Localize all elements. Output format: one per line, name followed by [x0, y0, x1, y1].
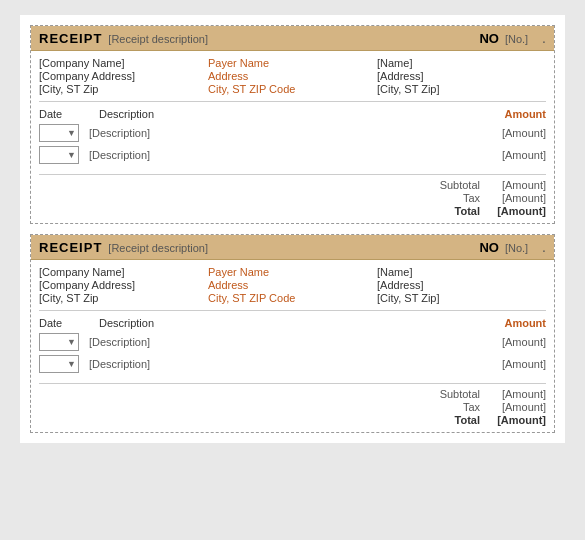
receipt-header-2: RECEIPT [Receipt description] NO [No.] .	[31, 235, 554, 260]
payee-address-1: [Address]	[377, 70, 546, 82]
total-value-2: [Amount]	[486, 414, 546, 426]
col-date-header-2: Date	[39, 317, 89, 329]
tax-value-2: [Amount]	[486, 401, 546, 413]
item-amount-1-2: [Amount]	[476, 149, 546, 161]
receipt-title-1: RECEIPT	[39, 31, 102, 46]
item-description-2-1: [Description]	[89, 336, 466, 348]
payee-address-2: [Address]	[377, 279, 546, 291]
tax-label-1: Tax	[430, 192, 480, 204]
payer-col-1: Payer Name Address City, ST ZIP Code	[208, 57, 377, 95]
col-amount-header-1: Amount	[476, 108, 546, 120]
col-date-header-1: Date	[39, 108, 89, 120]
company-city-1: [City, ST Zip	[39, 83, 208, 95]
item-amount-2-1: [Amount]	[476, 336, 546, 348]
date-box-2-2[interactable]: ▼	[39, 355, 79, 373]
col-desc-header-2: Description	[99, 317, 466, 329]
payee-city-1: [City, ST Zip]	[377, 83, 546, 95]
receipt-description-2: [Receipt description]	[108, 242, 208, 254]
items-header-1: Date Description Amount	[39, 108, 546, 120]
subtotal-label-2: Subtotal	[430, 388, 480, 400]
info-section-1: [Company Name] [Company Address] [City, …	[39, 57, 546, 102]
receipt-body-1: [Company Name] [Company Address] [City, …	[31, 51, 554, 223]
company-col-1: [Company Name] [Company Address] [City, …	[39, 57, 208, 95]
payee-city-2: [City, ST Zip]	[377, 292, 546, 304]
total-label-1: Total	[430, 205, 480, 217]
receipt-body-2: [Company Name] [Company Address] [City, …	[31, 260, 554, 432]
receipt-title-2: RECEIPT	[39, 240, 102, 255]
company-address-2: [Company Address]	[39, 279, 208, 291]
date-arrow-1-2: ▼	[67, 150, 76, 160]
tax-row-1: Tax [Amount]	[430, 192, 546, 204]
receipt-dot-2: .	[534, 240, 546, 254]
item-row-2-1: ▼ [Description] [Amount]	[39, 333, 546, 351]
receipt-dot-1: .	[534, 31, 546, 45]
items-section-2: Date Description Amount ▼ [Description] …	[39, 317, 546, 384]
item-amount-2-2: [Amount]	[476, 358, 546, 370]
item-description-1-2: [Description]	[89, 149, 466, 161]
payee-name-2: [Name]	[377, 266, 546, 278]
date-box-1-1[interactable]: ▼	[39, 124, 79, 142]
items-section-1: Date Description Amount ▼ [Description] …	[39, 108, 546, 175]
receipt-no-label-1: NO	[479, 31, 499, 46]
info-section-2: [Company Name] [Company Address] [City, …	[39, 266, 546, 311]
tax-row-2: Tax [Amount]	[430, 401, 546, 413]
receipt-no-value-1: [No.]	[505, 33, 528, 45]
tax-value-1: [Amount]	[486, 192, 546, 204]
payer-col-2: Payer Name Address City, ST ZIP Code	[208, 266, 377, 304]
receipt-description-1: [Receipt description]	[108, 33, 208, 45]
date-arrow-2-1: ▼	[67, 337, 76, 347]
total-value-1: [Amount]	[486, 205, 546, 217]
subtotal-value-1: [Amount]	[486, 179, 546, 191]
payer-city-label-2: City, ST ZIP Code	[208, 292, 377, 304]
totals-section-1: Subtotal [Amount] Tax [Amount] Total [Am…	[39, 179, 546, 217]
receipt-no-value-2: [No.]	[505, 242, 528, 254]
page: RECEIPT [Receipt description] NO [No.] .…	[20, 15, 565, 443]
item-description-1-1: [Description]	[89, 127, 466, 139]
receipt-no-label-2: NO	[479, 240, 499, 255]
date-box-2-1[interactable]: ▼	[39, 333, 79, 351]
total-row-1: Total [Amount]	[430, 205, 546, 217]
company-name-2: [Company Name]	[39, 266, 208, 278]
company-address-1: [Company Address]	[39, 70, 208, 82]
item-amount-1-1: [Amount]	[476, 127, 546, 139]
payer-address-label-1: Address	[208, 70, 377, 82]
company-col-2: [Company Name] [Company Address] [City, …	[39, 266, 208, 304]
receipt-header-right-1: NO [No.] .	[479, 30, 546, 46]
payee-col-2: [Name] [Address] [City, ST Zip]	[377, 266, 546, 304]
receipt-header-left-2: RECEIPT [Receipt description]	[39, 240, 208, 255]
payer-name-label-1: Payer Name	[208, 57, 377, 69]
receipt-header-right-2: NO [No.] .	[479, 239, 546, 255]
payer-city-label-1: City, ST ZIP Code	[208, 83, 377, 95]
col-amount-header-2: Amount	[476, 317, 546, 329]
subtotal-row-2: Subtotal [Amount]	[430, 388, 546, 400]
totals-section-2: Subtotal [Amount] Tax [Amount] Total [Am…	[39, 388, 546, 426]
date-arrow-1-1: ▼	[67, 128, 76, 138]
receipt-header-1: RECEIPT [Receipt description] NO [No.] .	[31, 26, 554, 51]
items-header-2: Date Description Amount	[39, 317, 546, 329]
total-label-2: Total	[430, 414, 480, 426]
receipt-block-1: RECEIPT [Receipt description] NO [No.] .…	[30, 25, 555, 224]
subtotal-label-1: Subtotal	[430, 179, 480, 191]
item-row-1-2: ▼ [Description] [Amount]	[39, 146, 546, 164]
date-box-1-2[interactable]: ▼	[39, 146, 79, 164]
payer-name-label-2: Payer Name	[208, 266, 377, 278]
date-arrow-2-2: ▼	[67, 359, 76, 369]
receipt-header-left-1: RECEIPT [Receipt description]	[39, 31, 208, 46]
item-row-2-2: ▼ [Description] [Amount]	[39, 355, 546, 373]
payee-name-1: [Name]	[377, 57, 546, 69]
company-name-1: [Company Name]	[39, 57, 208, 69]
item-description-2-2: [Description]	[89, 358, 466, 370]
subtotal-row-1: Subtotal [Amount]	[430, 179, 546, 191]
col-desc-header-1: Description	[99, 108, 466, 120]
company-city-2: [City, ST Zip	[39, 292, 208, 304]
payee-col-1: [Name] [Address] [City, ST Zip]	[377, 57, 546, 95]
receipt-block-2: RECEIPT [Receipt description] NO [No.] .…	[30, 234, 555, 433]
subtotal-value-2: [Amount]	[486, 388, 546, 400]
payer-address-label-2: Address	[208, 279, 377, 291]
total-row-2: Total [Amount]	[430, 414, 546, 426]
tax-label-2: Tax	[430, 401, 480, 413]
item-row-1-1: ▼ [Description] [Amount]	[39, 124, 546, 142]
